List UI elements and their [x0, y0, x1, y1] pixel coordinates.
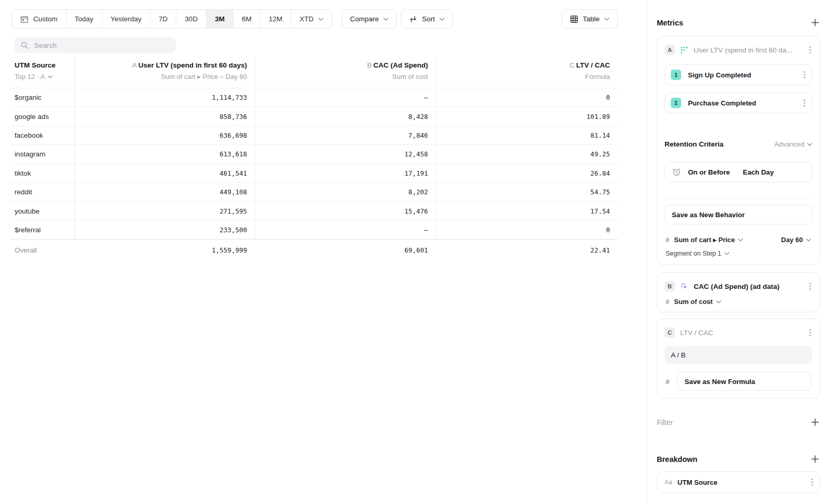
calendar-icon [20, 15, 29, 23]
results-table: UTM Source Top 12 · A AUser LTV (spend i… [10, 58, 618, 260]
search-icon [21, 42, 28, 49]
column-subtitle: Sum of cart ▸ Price – Day 60 [75, 73, 247, 81]
date-range-7d[interactable]: 7D [150, 10, 176, 28]
chevron-down-icon [716, 300, 721, 303]
row-dimension-subtitle-label: Top 12 · A [15, 73, 45, 81]
sort-button[interactable]: Sort [401, 9, 453, 29]
retention-mode-label: Advanced [774, 140, 804, 148]
segment-dropdown[interactable]: Segment on Step 1 [665, 250, 812, 257]
metric-c-card: C LTV / CAC A / B # Save as New Formula [657, 319, 820, 399]
save-formula-label: Save as New Formula [685, 378, 756, 386]
sort-arrows-icon [409, 16, 417, 23]
add-metric-button[interactable] [810, 18, 820, 28]
row-ratio-value: 101.89 [587, 113, 610, 121]
chevron-down-icon [439, 18, 445, 21]
column-header-metric-b[interactable]: BCAC (Ad Spend) Sum of cost [255, 58, 436, 88]
view-selector-button[interactable]: Table [562, 9, 618, 29]
row-cac-value: 12,458 [405, 150, 428, 158]
row-cac-value: 8,202 [408, 188, 428, 196]
table-row[interactable]: instagram 613,618 12,458 49.25 [10, 144, 618, 163]
column-header-metric-a[interactable]: AUser LTV (spend in first 60 days) Sum o… [74, 58, 255, 88]
kebab-icon [809, 328, 811, 337]
plus-icon [811, 418, 819, 426]
kebab-icon [803, 99, 805, 107]
date-range-label: 12M [269, 15, 282, 23]
metric-a-menu-button[interactable] [808, 45, 812, 55]
filter-title: Filter [657, 418, 673, 427]
row-label: tiktok [10, 164, 74, 182]
kebab-icon [811, 478, 813, 486]
metric-b-title: CAC (Ad Spend) (ad data) [694, 283, 803, 290]
row-cac-value: 7,846 [408, 131, 428, 139]
alarm-clock-icon [672, 167, 681, 177]
step-row-purchase[interactable]: 2 Purchase Completed [665, 92, 812, 113]
date-range-30d[interactable]: 30D [176, 10, 206, 28]
column-title: CAC (Ad Spend) [373, 61, 428, 69]
column-header-metric-c[interactable]: CLTV / CAC Formula [436, 58, 618, 88]
ad-data-metric-icon [680, 282, 688, 290]
date-range-3m-selected[interactable]: 3M [206, 10, 233, 28]
table-row[interactable]: $referral 233,500 – 0 [10, 220, 618, 239]
breakdown-item-utm-source[interactable]: Aa UTM Source [657, 471, 820, 493]
formula-value: A / B [671, 351, 686, 359]
add-filter-button[interactable] [810, 417, 820, 427]
retention-criteria-title: Retention Criteria [665, 140, 723, 148]
chevron-down-icon [724, 252, 730, 255]
retention-mode-dropdown[interactable]: Advanced [774, 140, 812, 148]
metric-b-menu-button[interactable] [808, 281, 812, 291]
overall-ltv-value: 1,559,999 [212, 246, 247, 254]
row-ltv-value: 233,500 [219, 226, 247, 234]
table-row[interactable]: tiktok 461,541 17,191 26.84 [10, 164, 618, 182]
date-range-label: 7D [159, 15, 167, 23]
metric-b-header[interactable]: B CAC (Ad Spend) (ad data) [665, 279, 812, 294]
numeric-property-icon: # [666, 236, 669, 244]
date-range-xtd[interactable]: XTD [291, 10, 332, 28]
row-cac-value: 15,476 [405, 207, 428, 215]
step-menu-button[interactable] [802, 98, 807, 108]
breakdown-title: Breakdown [657, 455, 697, 463]
row-cac-value: 17,191 [405, 169, 428, 177]
date-range-12m[interactable]: 12M [261, 10, 291, 28]
compare-label: Compare [350, 15, 379, 23]
step-row-sign-up[interactable]: 1 Sign Up Completed [665, 64, 812, 85]
row-ltv-value: 271,595 [219, 207, 247, 215]
breakdown-menu-button[interactable] [810, 477, 814, 487]
metric-letter-badge: B [665, 281, 675, 291]
chevron-down-icon [383, 18, 388, 21]
row-ratio-value: 17.54 [590, 207, 610, 215]
table-body: $organic 1,114,733 – 0 google ads 858,73… [10, 88, 618, 239]
row-label: $referral [10, 221, 74, 239]
date-range-yesterday[interactable]: Yesterday [102, 10, 151, 28]
row-ratio-value: 81.14 [590, 131, 610, 139]
window-dropdown[interactable]: Day 60 [781, 236, 811, 244]
metric-c-header[interactable]: C LTV / CAC [665, 325, 812, 340]
search-input[interactable] [33, 41, 170, 50]
metric-b-aggregation-row: # Sum of cost [665, 298, 812, 306]
date-range-label: XTD [300, 15, 314, 23]
table-row[interactable]: reddit 449,108 8,202 54.75 [10, 182, 618, 201]
date-range-6m[interactable]: 6M [233, 10, 261, 28]
table-row[interactable]: $organic 1,114,733 – 0 [10, 88, 618, 107]
row-dimension-subtitle[interactable]: Top 12 · A [15, 73, 67, 81]
view-label: Table [583, 15, 600, 23]
compare-button[interactable]: Compare [342, 9, 397, 29]
retention-criteria-row[interactable]: On or Before Each Day [665, 162, 812, 182]
numeric-property-icon: # [666, 298, 669, 306]
table-row[interactable]: google ads 858,736 8,428 101.89 [10, 107, 618, 125]
aggregation-dropdown[interactable]: Sum of cart ▸ Price [674, 236, 743, 244]
metric-c-menu-button[interactable] [808, 327, 812, 338]
save-formula-button[interactable]: Save as New Formula [677, 372, 811, 391]
breakdown-item-label: UTM Source [678, 479, 805, 486]
plus-icon [811, 455, 819, 463]
date-range-custom[interactable]: Custom [12, 10, 67, 28]
save-behavior-button[interactable]: Save as New Behavior [665, 205, 812, 224]
date-range-today[interactable]: Today [67, 10, 102, 28]
add-breakdown-button[interactable] [810, 454, 820, 464]
table-row[interactable]: youtube 271,595 15,476 17.54 [10, 201, 618, 220]
column-title: User LTV (spend in first 60 days) [138, 61, 247, 69]
metric-a-header[interactable]: A User LTV (spend in first 60 da... [665, 43, 812, 57]
table-row[interactable]: facebook 636,698 7,846 81.14 [10, 126, 618, 144]
formula-input[interactable]: A / B [665, 346, 812, 364]
aggregation-dropdown[interactable]: Sum of cost [674, 298, 721, 306]
step-menu-button[interactable] [802, 70, 807, 80]
